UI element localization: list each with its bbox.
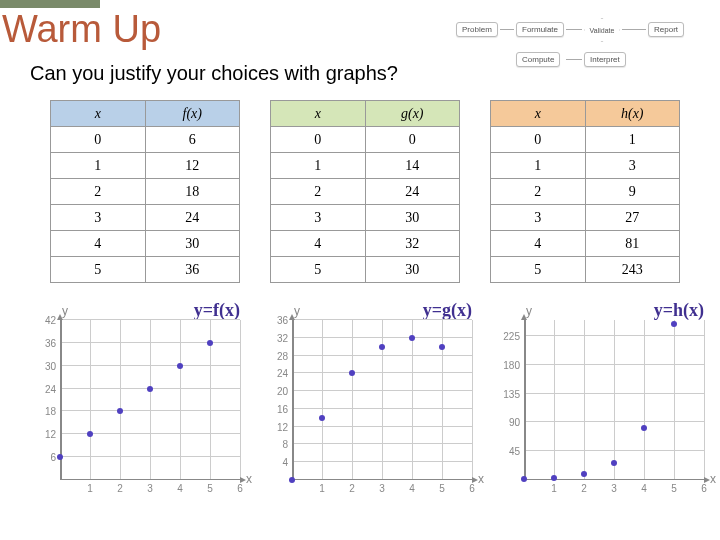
table-cell: 3 (51, 205, 146, 231)
table-cell: 3 (585, 153, 680, 179)
table-cell: 243 (585, 257, 680, 283)
table-cell: 4 (51, 231, 146, 257)
th-gx: g(x) (365, 101, 460, 127)
table-cell: 0 (491, 127, 586, 153)
th-x: x (51, 101, 146, 127)
data-point (671, 321, 677, 327)
data-point (289, 477, 295, 483)
data-point (581, 471, 587, 477)
fc-validate: Validate (584, 18, 620, 42)
table-cell: 36 (145, 257, 240, 283)
table-cell: 1 (491, 153, 586, 179)
th-x: x (271, 101, 366, 127)
data-point (521, 476, 527, 482)
th-x: x (491, 101, 586, 127)
data-point (349, 370, 355, 376)
data-point (319, 415, 325, 421)
chart-h: y=h(x) 4590135180225123456yx (494, 300, 714, 500)
subtitle: Can you justify your choices with graphs… (30, 62, 398, 85)
table-cell: 30 (365, 257, 460, 283)
fc-interpret: Interpret (584, 52, 626, 67)
accent-bar (0, 0, 100, 8)
plot-f: 6121824303642123456yx (60, 320, 240, 480)
fc-formulate: Formulate (516, 22, 564, 37)
table-cell: 5 (271, 257, 366, 283)
table-cell: 2 (271, 179, 366, 205)
flowchart: Problem Formulate Validate Report Comput… (456, 18, 716, 88)
th-hx: h(x) (585, 101, 680, 127)
table-g: xg(x) 00114224330432530 (270, 100, 460, 283)
table-cell: 24 (145, 205, 240, 231)
table-cell: 30 (365, 205, 460, 231)
table-cell: 4 (491, 231, 586, 257)
data-point (57, 454, 63, 460)
plot-g: 4812162024283236123456yx (292, 320, 472, 480)
th-fx: f(x) (145, 101, 240, 127)
chart-f: y=f(x) 6121824303642123456yx (30, 300, 250, 500)
data-point (207, 340, 213, 346)
data-point (177, 363, 183, 369)
data-point (439, 344, 445, 350)
chart-g: y=g(x) 4812162024283236123456yx (262, 300, 482, 500)
table-cell: 0 (271, 127, 366, 153)
table-cell: 27 (585, 205, 680, 231)
table-cell: 2 (51, 179, 146, 205)
table-cell: 1 (271, 153, 366, 179)
table-cell: 6 (145, 127, 240, 153)
chart-title-h: y=h(x) (654, 300, 704, 321)
chart-title-g: y=g(x) (423, 300, 472, 321)
page-title: Warm Up (2, 8, 161, 51)
table-cell: 5 (491, 257, 586, 283)
fc-compute: Compute (516, 52, 560, 67)
table-h: xh(x) 0113293274815243 (490, 100, 680, 283)
table-cell: 24 (365, 179, 460, 205)
table-cell: 1 (51, 153, 146, 179)
data-point (147, 386, 153, 392)
table-cell: 32 (365, 231, 460, 257)
table-cell: 0 (365, 127, 460, 153)
tables-row: xf(x) 06112218324430536 xg(x) 0011422433… (50, 100, 680, 283)
data-point (87, 431, 93, 437)
data-point (641, 425, 647, 431)
data-point (379, 344, 385, 350)
table-cell: 3 (491, 205, 586, 231)
table-cell: 18 (145, 179, 240, 205)
table-f: xf(x) 06112218324430536 (50, 100, 240, 283)
data-point (611, 460, 617, 466)
table-cell: 0 (51, 127, 146, 153)
data-point (117, 408, 123, 414)
table-cell: 81 (585, 231, 680, 257)
plot-h: 4590135180225123456yx (524, 320, 704, 480)
data-point (551, 475, 557, 481)
table-cell: 5 (51, 257, 146, 283)
table-cell: 12 (145, 153, 240, 179)
table-cell: 9 (585, 179, 680, 205)
charts-row: y=f(x) 6121824303642123456yx y=g(x) 4812… (30, 300, 714, 500)
table-cell: 30 (145, 231, 240, 257)
table-cell: 3 (271, 205, 366, 231)
table-cell: 4 (271, 231, 366, 257)
table-cell: 14 (365, 153, 460, 179)
fc-report: Report (648, 22, 684, 37)
table-cell: 2 (491, 179, 586, 205)
data-point (409, 335, 415, 341)
fc-problem: Problem (456, 22, 498, 37)
table-cell: 1 (585, 127, 680, 153)
chart-title-f: y=f(x) (194, 300, 240, 321)
